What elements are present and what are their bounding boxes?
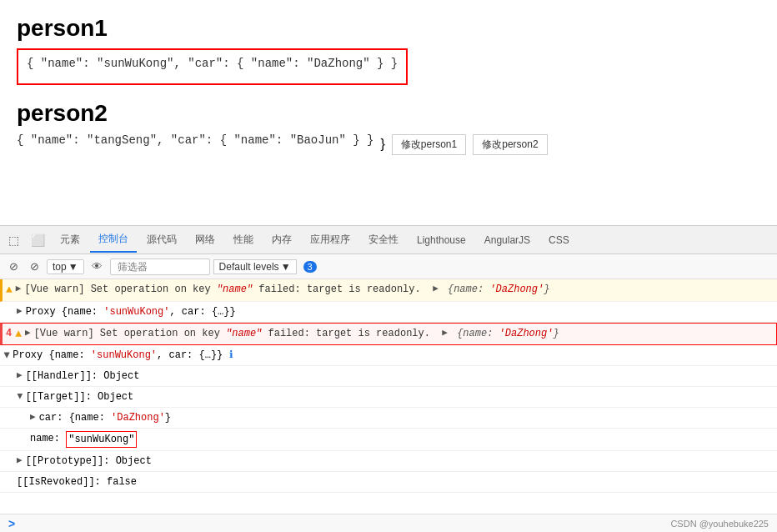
warn-text2: [Vue warn] Set operation on key "name" f…: [34, 326, 443, 341]
tab-application[interactable]: 应用程序: [302, 228, 358, 252]
proxy-text1: Proxy {name: 'sunWuKong', car: {…}}: [26, 304, 236, 319]
modify-person2-button[interactable]: 修改person2: [473, 134, 547, 155]
top-content-area: person1 { "name": "sunWuKong", "car": { …: [0, 0, 777, 225]
console-row-car: ▶ car: {name: 'DaZhong'}: [0, 408, 777, 429]
tab-security[interactable]: 安全性: [360, 228, 407, 252]
person2-title: person2: [17, 100, 760, 127]
obj-preview1: {name: 'DaZhong'}: [442, 282, 550, 297]
console-output: ▲ ▶ [Vue warn] Set operation on key "nam…: [0, 279, 777, 514]
console-row-name: name: "sunWuKong": [0, 429, 777, 451]
console-row-proxy1: ▶ Proxy {name: 'sunWuKong', car: {…}}: [0, 302, 777, 323]
proxy-open-text: Proxy {name: 'sunWuKong', car: {…}}: [13, 348, 228, 363]
tab-network[interactable]: 网络: [187, 228, 223, 252]
levels-button[interactable]: Default levels ▼: [213, 259, 297, 274]
warn-triangle-icon2: ▲: [15, 326, 22, 343]
row-expand-arrow1[interactable]: ▶: [16, 282, 22, 296]
obj-preview2: {name: 'DaZhong'}: [451, 326, 559, 341]
tab-lighthouse[interactable]: Lighthouse: [409, 229, 474, 251]
proxy-open-arrow[interactable]: ▶: [0, 352, 14, 358]
isrevoked-text: [[IsRevoked]]: false: [17, 474, 137, 489]
console-row-prototype: ▶ [[Prototype]]: Object: [0, 451, 777, 472]
tab-css[interactable]: CSS: [540, 229, 578, 251]
device-icon[interactable]: ⬜: [26, 230, 50, 250]
levels-arrow-icon: ▼: [281, 261, 291, 273]
filter-input[interactable]: [110, 258, 210, 275]
tab-angularjs[interactable]: AngularJS: [476, 229, 539, 251]
person1-title: person1: [17, 15, 760, 42]
console-row-warn1: ▲ ▶ [Vue warn] Set operation on key "nam…: [0, 279, 777, 302]
tab-performance[interactable]: 性能: [225, 228, 262, 252]
proxy-arrow1[interactable]: ▶: [17, 304, 23, 319]
clear-console-icon[interactable]: ⊘: [5, 258, 23, 274]
tab-console[interactable]: 控制台: [90, 227, 137, 253]
console-prompt[interactable]: >: [8, 517, 15, 530]
prototype-arrow[interactable]: ▶: [17, 454, 23, 468]
modify-person1-button[interactable]: 修改person1: [392, 134, 466, 155]
devtools-tab-bar: ⬚ ⬜ 元素 控制台 源代码 网络 性能 内存 应用程序 安全性 Lightho…: [0, 226, 777, 254]
tab-memory[interactable]: 内存: [263, 228, 300, 252]
name-value: "sunWuKong": [66, 431, 137, 448]
console-row-handler: ▶ [[Handler]]: Object: [0, 366, 777, 387]
top-label: top: [53, 261, 67, 273]
dropdown-arrow-icon: ▼: [68, 261, 78, 273]
target-text: [[Target]]: Object: [26, 389, 134, 404]
handler-text: [[Handler]]: Object: [26, 369, 140, 384]
console-row-proxy-open: ▶ Proxy {name: 'sunWuKong', car: {…}} ℹ: [0, 345, 777, 366]
person2-row: { "name": "tangSeng", "car": { "name": "…: [17, 133, 760, 155]
console-row-target: ▶ [[Target]]: Object: [0, 387, 777, 408]
top-context-button[interactable]: top ▼: [47, 259, 84, 274]
warn-text1: [Vue warn] Set operation on key "name" f…: [24, 282, 433, 297]
row-expand-arrow2[interactable]: ▶: [25, 326, 31, 340]
console-row-warn2: 4 ▲ ▶ [Vue warn] Set operation on key "n…: [0, 323, 777, 346]
person1-code: { "name": "sunWuKong", "car": { "name": …: [27, 57, 398, 70]
devtools-toolbar: ⊘ ⊘ top ▼ 👁 Default levels ▼ 3: [0, 254, 777, 279]
warn-triangle-icon1: ▲: [6, 282, 13, 299]
tab-elements[interactable]: 元素: [52, 228, 88, 252]
devtools-panel: ⬚ ⬜ 元素 控制台 源代码 网络 性能 内存 应用程序 安全性 Lightho…: [0, 225, 777, 532]
car-arrow[interactable]: ▶: [30, 410, 36, 424]
target-arrow[interactable]: ▶: [13, 394, 27, 399]
devtools-bottom-bar: > CSDN @youhebuke225: [0, 514, 777, 532]
info-icon: ℹ: [229, 348, 233, 363]
prototype-text: [[Prototype]]: Object: [26, 454, 152, 469]
row-number2: 4: [6, 326, 12, 341]
brace-close: }: [380, 137, 384, 152]
person1-code-box: { "name": "sunWuKong", "car": { "name": …: [17, 48, 408, 85]
obj-arrow1[interactable]: ▶: [433, 282, 439, 296]
obj-arrow2[interactable]: ▶: [442, 326, 448, 340]
name-key: name:: [30, 431, 66, 446]
eye-icon[interactable]: 👁: [88, 258, 107, 274]
console-row-isrevoked: [[IsRevoked]]: false: [0, 472, 777, 493]
message-count-badge: 3: [303, 261, 317, 273]
watermark: CSDN @youhebuke225: [670, 519, 769, 529]
no-icon[interactable]: ⊘: [26, 258, 43, 274]
levels-label: Default levels: [219, 261, 279, 273]
car-text: car: {name: 'DaZhong'}: [39, 410, 171, 425]
handler-arrow[interactable]: ▶: [17, 369, 23, 383]
cursor-icon[interactable]: ⬚: [3, 230, 24, 250]
person2-code: { "name": "tangSeng", "car": { "name": "…: [17, 133, 373, 147]
tab-sources[interactable]: 源代码: [138, 228, 185, 252]
